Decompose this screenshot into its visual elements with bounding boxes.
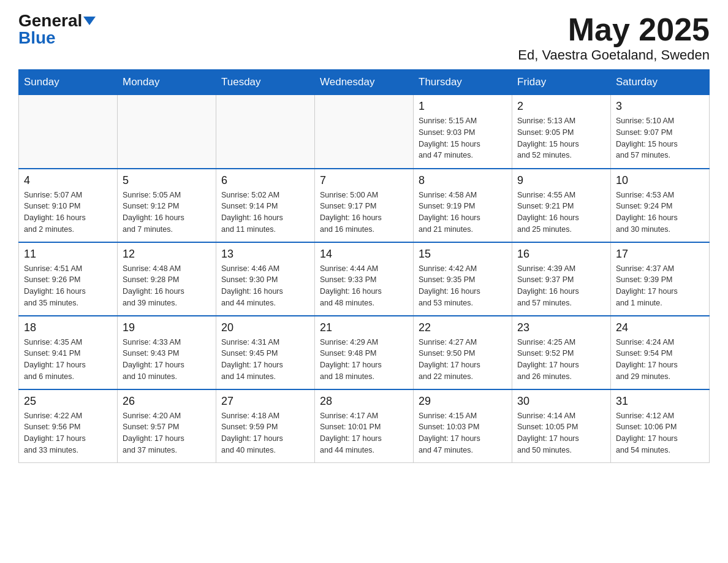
day-info: Sunrise: 4:46 AMSunset: 9:30 PMDaylight:… [221,263,309,309]
day-info: Sunrise: 4:51 AMSunset: 9:26 PMDaylight:… [24,263,112,309]
day-info: Sunrise: 4:55 AMSunset: 9:21 PMDaylight:… [517,190,605,236]
day-number: 29 [419,395,507,408]
calendar-cell: 31Sunrise: 4:12 AMSunset: 10:06 PMDaylig… [611,389,710,463]
day-info: Sunrise: 4:33 AMSunset: 9:43 PMDaylight:… [123,337,211,383]
calendar-cell: 11Sunrise: 4:51 AMSunset: 9:26 PMDayligh… [19,242,118,316]
calendar-cell: 26Sunrise: 4:20 AMSunset: 9:57 PMDayligh… [118,389,216,463]
logo-blue-text: Blue [18,29,56,47]
calendar-cell: 8Sunrise: 4:58 AMSunset: 9:19 PMDaylight… [414,169,512,242]
logo: General Blue [18,12,96,47]
calendar-cell: 17Sunrise: 4:37 AMSunset: 9:39 PMDayligh… [611,242,710,316]
day-info: Sunrise: 4:37 AMSunset: 9:39 PMDaylight:… [616,263,704,309]
calendar-cell: 29Sunrise: 4:15 AMSunset: 10:03 PMDaylig… [414,389,512,463]
day-info: Sunrise: 4:39 AMSunset: 9:37 PMDaylight:… [517,263,605,309]
day-info: Sunrise: 4:31 AMSunset: 9:45 PMDaylight:… [221,337,309,383]
day-number: 27 [221,395,309,408]
weekday-header-thursday: Thursday [414,70,512,95]
day-number: 2 [517,100,605,113]
logo-triangle-icon [83,17,96,25]
day-info: Sunrise: 4:29 AMSunset: 9:48 PMDaylight:… [320,337,408,383]
day-number: 30 [517,395,605,408]
calendar-cell [216,95,315,169]
day-number: 13 [221,248,309,261]
calendar-cell: 9Sunrise: 4:55 AMSunset: 9:21 PMDaylight… [512,169,611,242]
calendar-cell [118,95,216,169]
calendar-cell: 3Sunrise: 5:10 AMSunset: 9:07 PMDaylight… [611,95,710,169]
day-number: 21 [320,321,408,334]
day-number: 6 [221,174,309,187]
logo-general-text: General [18,12,82,29]
day-number: 25 [24,395,112,408]
calendar-cell: 13Sunrise: 4:46 AMSunset: 9:30 PMDayligh… [216,242,315,316]
day-info: Sunrise: 4:25 AMSunset: 9:52 PMDaylight:… [517,337,605,383]
location-text: Ed, Vaestra Goetaland, Sweden [518,47,710,63]
day-info: Sunrise: 4:53 AMSunset: 9:24 PMDaylight:… [616,190,704,236]
day-info: Sunrise: 4:20 AMSunset: 9:57 PMDaylight:… [123,410,211,456]
calendar-cell: 5Sunrise: 5:05 AMSunset: 9:12 PMDaylight… [118,169,216,242]
day-number: 10 [616,174,704,187]
calendar-cell: 23Sunrise: 4:25 AMSunset: 9:52 PMDayligh… [512,316,611,389]
day-info: Sunrise: 4:18 AMSunset: 9:59 PMDaylight:… [221,410,309,456]
calendar-cell: 1Sunrise: 5:15 AMSunset: 9:03 PMDaylight… [414,95,512,169]
calendar-cell: 6Sunrise: 5:02 AMSunset: 9:14 PMDaylight… [216,169,315,242]
calendar-cell: 21Sunrise: 4:29 AMSunset: 9:48 PMDayligh… [315,316,414,389]
day-number: 3 [616,100,704,113]
day-number: 20 [221,321,309,334]
calendar-cell: 12Sunrise: 4:48 AMSunset: 9:28 PMDayligh… [118,242,216,316]
day-number: 1 [419,100,507,113]
weekday-header-wednesday: Wednesday [315,70,414,95]
day-info: Sunrise: 5:05 AMSunset: 9:12 PMDaylight:… [123,190,211,236]
calendar-cell: 20Sunrise: 4:31 AMSunset: 9:45 PMDayligh… [216,316,315,389]
day-info: Sunrise: 4:27 AMSunset: 9:50 PMDaylight:… [419,337,507,383]
calendar-cell: 15Sunrise: 4:42 AMSunset: 9:35 PMDayligh… [414,242,512,316]
day-info: Sunrise: 4:24 AMSunset: 9:54 PMDaylight:… [616,337,704,383]
day-number: 26 [123,395,211,408]
day-number: 12 [123,248,211,261]
calendar-header-row: SundayMondayTuesdayWednesdayThursdayFrid… [19,70,710,95]
weekday-header-tuesday: Tuesday [216,70,315,95]
calendar-week-row: 4Sunrise: 5:07 AMSunset: 9:10 PMDaylight… [19,169,710,242]
day-info: Sunrise: 4:58 AMSunset: 9:19 PMDaylight:… [419,190,507,236]
calendar-cell: 30Sunrise: 4:14 AMSunset: 10:05 PMDaylig… [512,389,611,463]
day-number: 5 [123,174,211,187]
day-info: Sunrise: 4:14 AMSunset: 10:05 PMDaylight… [517,410,605,456]
day-info: Sunrise: 5:15 AMSunset: 9:03 PMDaylight:… [419,115,507,161]
day-number: 14 [320,248,408,261]
weekday-header-saturday: Saturday [611,70,710,95]
day-number: 28 [320,395,408,408]
calendar-cell [19,95,118,169]
calendar-cell: 24Sunrise: 4:24 AMSunset: 9:54 PMDayligh… [611,316,710,389]
day-number: 19 [123,321,211,334]
title-section: May 2025 Ed, Vaestra Goetaland, Sweden [518,12,710,63]
day-number: 17 [616,248,704,261]
calendar-week-row: 25Sunrise: 4:22 AMSunset: 9:56 PMDayligh… [19,389,710,463]
weekday-header-sunday: Sunday [19,70,118,95]
day-info: Sunrise: 5:02 AMSunset: 9:14 PMDaylight:… [221,190,309,236]
day-number: 24 [616,321,704,334]
day-info: Sunrise: 4:42 AMSunset: 9:35 PMDaylight:… [419,263,507,309]
day-number: 4 [24,174,112,187]
calendar-week-row: 18Sunrise: 4:35 AMSunset: 9:41 PMDayligh… [19,316,710,389]
calendar-cell [315,95,414,169]
calendar-week-row: 1Sunrise: 5:15 AMSunset: 9:03 PMDaylight… [19,95,710,169]
day-info: Sunrise: 4:48 AMSunset: 9:28 PMDaylight:… [123,263,211,309]
day-info: Sunrise: 4:35 AMSunset: 9:41 PMDaylight:… [24,337,112,383]
day-number: 22 [419,321,507,334]
weekday-header-monday: Monday [118,70,216,95]
calendar-cell: 2Sunrise: 5:13 AMSunset: 9:05 PMDaylight… [512,95,611,169]
calendar-cell: 28Sunrise: 4:17 AMSunset: 10:01 PMDaylig… [315,389,414,463]
day-info: Sunrise: 5:00 AMSunset: 9:17 PMDaylight:… [320,190,408,236]
calendar-table: SundayMondayTuesdayWednesdayThursdayFrid… [18,69,710,463]
day-number: 8 [419,174,507,187]
day-info: Sunrise: 4:15 AMSunset: 10:03 PMDaylight… [419,410,507,456]
day-number: 31 [616,395,704,408]
day-info: Sunrise: 5:13 AMSunset: 9:05 PMDaylight:… [517,115,605,161]
day-info: Sunrise: 4:17 AMSunset: 10:01 PMDaylight… [320,410,408,456]
calendar-cell: 14Sunrise: 4:44 AMSunset: 9:33 PMDayligh… [315,242,414,316]
month-title: May 2025 [518,12,710,47]
day-number: 9 [517,174,605,187]
day-number: 18 [24,321,112,334]
day-number: 15 [419,248,507,261]
calendar-cell: 22Sunrise: 4:27 AMSunset: 9:50 PMDayligh… [414,316,512,389]
day-info: Sunrise: 4:44 AMSunset: 9:33 PMDaylight:… [320,263,408,309]
